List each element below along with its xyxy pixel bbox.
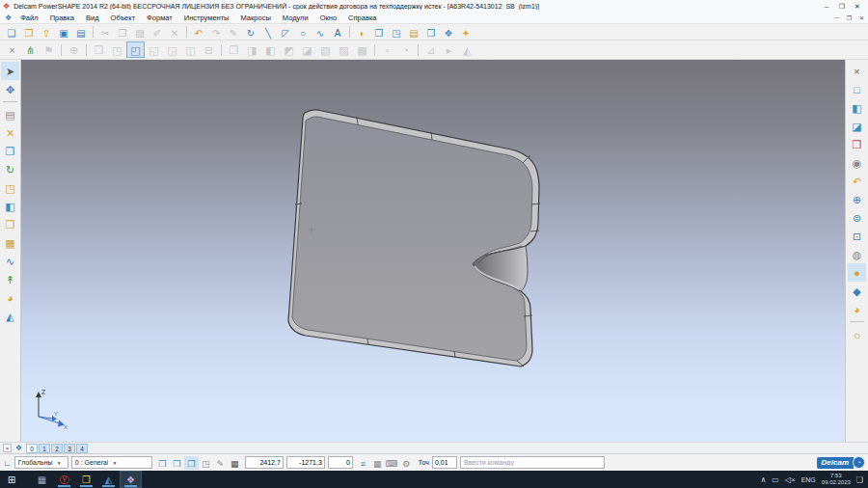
solid-offset-icon[interactable]: ▧ <box>316 41 335 58</box>
import-icon[interactable]: ⇧ <box>38 25 55 40</box>
polyline-tool-icon[interactable]: ◸ <box>277 25 294 40</box>
taskbar-app-explorer-icon[interactable]: ❒ <box>75 471 97 488</box>
solid-cut-icon[interactable]: ◰ <box>126 41 145 58</box>
grid-snap-icon[interactable]: ▦ <box>228 456 242 470</box>
cut-icon[interactable]: ✂ <box>96 25 114 40</box>
dynamic-section-icon[interactable]: ◆ <box>848 282 866 300</box>
child-close-button[interactable]: ✕ <box>855 14 868 21</box>
workplane-single-icon[interactable]: ❒ <box>155 456 170 470</box>
flag-icon[interactable]: ⚑ <box>40 41 58 58</box>
solid-intersect-icon[interactable]: ◧ <box>261 41 280 58</box>
menu-object[interactable]: Объект <box>105 13 142 24</box>
sheet-tab-0[interactable]: 0 <box>26 444 38 453</box>
coord-z-field[interactable] <box>328 456 353 469</box>
surface-tool-icon[interactable]: ◗ <box>353 25 370 40</box>
solid-blue-icon[interactable]: ◧ <box>1 197 19 215</box>
lighting-icon[interactable]: ☼ <box>848 325 866 343</box>
menu-edit[interactable]: Правка <box>44 13 80 24</box>
zoom-fit-icon[interactable]: ⊜ <box>848 208 866 227</box>
solid-subtract-icon[interactable]: ◨ <box>243 41 261 58</box>
menu-view[interactable]: Вид <box>80 13 105 24</box>
undo-icon[interactable]: ↶ <box>190 25 207 40</box>
mesh-points-icon[interactable]: ↟ <box>1 270 19 288</box>
item-list-icon[interactable]: ≡ <box>356 456 370 470</box>
solid-trim-icon[interactable]: ◩ <box>280 41 298 58</box>
workplane-select[interactable]: Глобальны ▼ <box>14 456 68 469</box>
workplane-multi-icon[interactable]: ❒ <box>170 456 184 470</box>
solid-feature-icon[interactable]: ◳ <box>388 25 405 40</box>
menu-modules[interactable]: Модули <box>277 13 314 24</box>
display-icon[interactable]: ▭ <box>772 475 779 484</box>
start-button[interactable]: ⊞ <box>0 471 23 488</box>
move-rotate-icon[interactable]: ↻ <box>242 25 259 40</box>
menu-format[interactable]: Формат <box>141 13 178 24</box>
menu-file[interactable]: Файл <box>14 13 43 24</box>
solid-replay-icon[interactable]: ▸ <box>440 41 458 58</box>
circle-tool-icon[interactable]: ○ <box>294 25 312 40</box>
workplane-lock-icon[interactable]: ◳ <box>199 456 213 470</box>
viewport[interactable]: Z Y X <box>21 60 845 442</box>
tray-chevron-icon[interactable]: ∧ <box>760 475 766 484</box>
view-front-icon[interactable]: ◪ <box>848 117 866 135</box>
solid-stitch-icon[interactable]: ◪ <box>298 41 316 58</box>
text-tool-icon[interactable]: A <box>329 25 346 40</box>
minimize-button[interactable]: – <box>819 3 834 11</box>
taskbar-app-cad-icon[interactable]: ◭ <box>97 471 120 488</box>
redo-icon[interactable]: ↷ <box>207 25 225 40</box>
solid-yellow-icon[interactable]: ❒ <box>1 215 19 233</box>
notification-icon[interactable]: ❑ <box>856 475 863 484</box>
sheet-tab-4[interactable]: 4 <box>76 444 88 453</box>
solid-extrude-icon[interactable]: ❒ <box>90 41 108 58</box>
close-panel-icon[interactable]: × <box>848 62 866 80</box>
menu-window[interactable]: Окно <box>314 13 342 24</box>
window-sheet-icon[interactable]: ❖ <box>14 444 24 452</box>
solid-watch-icon[interactable]: ◭ <box>458 41 476 58</box>
print-icon[interactable]: ▤ <box>72 25 90 40</box>
feature-tree-icon[interactable]: ⋔ <box>21 41 40 58</box>
close-tabs-button[interactable]: × <box>3 444 12 452</box>
solid-group-icon[interactable]: ▫ <box>378 41 396 58</box>
language-indicator[interactable]: ENG <box>801 476 816 483</box>
workplane-active-icon[interactable]: ❒ <box>184 456 199 470</box>
view-spin-icon[interactable]: ✥ <box>1 80 19 98</box>
volume-muted-icon[interactable]: ◁× <box>785 475 796 484</box>
solid-split-icon[interactable]: ⊟ <box>200 41 218 58</box>
solid-hollow-icon[interactable]: ◫ <box>181 41 200 58</box>
levels-stack-icon[interactable]: ▤ <box>1 105 19 123</box>
solid-revolve-icon[interactable]: ◳ <box>108 41 126 58</box>
add-solid-icon[interactable]: ⊕ <box>65 41 83 58</box>
copy-icon[interactable]: ❐ <box>114 25 131 40</box>
child-minimize-button[interactable]: — <box>830 14 843 21</box>
solid-union-icon[interactable]: ❒ <box>225 41 243 58</box>
sphere-tool-icon[interactable]: ◕ <box>1 288 19 307</box>
tolerance-field[interactable] <box>432 456 457 469</box>
solids-group-icon[interactable]: ▦ <box>1 233 19 252</box>
machining-icon[interactable]: ❒ <box>422 25 440 40</box>
save-icon[interactable]: ▣ <box>55 25 72 40</box>
tool-setting-icon[interactable]: ⚙ <box>399 456 414 470</box>
solid-fillet-icon[interactable]: ◲ <box>163 41 181 58</box>
level-select[interactable]: 0 : General ▼ <box>71 456 152 469</box>
menu-help[interactable]: Справка <box>342 13 382 24</box>
menu-macros[interactable]: Макросы <box>235 13 277 24</box>
edit-pen-icon[interactable]: ✎ <box>225 25 242 40</box>
coord-x-field[interactable] <box>245 456 284 469</box>
block-tool-icon[interactable]: ▤ <box>405 25 422 40</box>
cone-view-icon[interactable]: ◭ <box>1 307 19 325</box>
menu-tools[interactable]: Инструменты <box>178 13 235 24</box>
previous-view-icon[interactable]: ↶ <box>848 172 866 190</box>
solid-tool-icon[interactable]: ❒ <box>370 25 388 40</box>
sheet-tab-3[interactable]: 3 <box>64 444 75 453</box>
select-cursor-icon[interactable]: ➤ <box>1 62 19 80</box>
wireframe-cut-icon[interactable]: ✕ <box>1 123 19 142</box>
format-brush-icon[interactable]: ✐ <box>149 25 166 40</box>
clock[interactable]: 7:53 09.02.2023 <box>822 473 851 486</box>
surface-revolve-icon[interactable]: ↻ <box>1 160 19 178</box>
wizard-icon[interactable]: ✦ <box>457 25 475 40</box>
command-input[interactable] <box>460 456 605 469</box>
close-toolbar-icon[interactable]: × <box>3 41 21 58</box>
surface-extrude-icon[interactable]: ❒ <box>1 142 19 160</box>
taskbar-app-yandex-icon[interactable]: Ⓨ <box>53 471 75 488</box>
view-angle-icon[interactable]: ◉ <box>848 153 866 172</box>
zoom-in-icon[interactable]: ⊕ <box>848 190 866 208</box>
